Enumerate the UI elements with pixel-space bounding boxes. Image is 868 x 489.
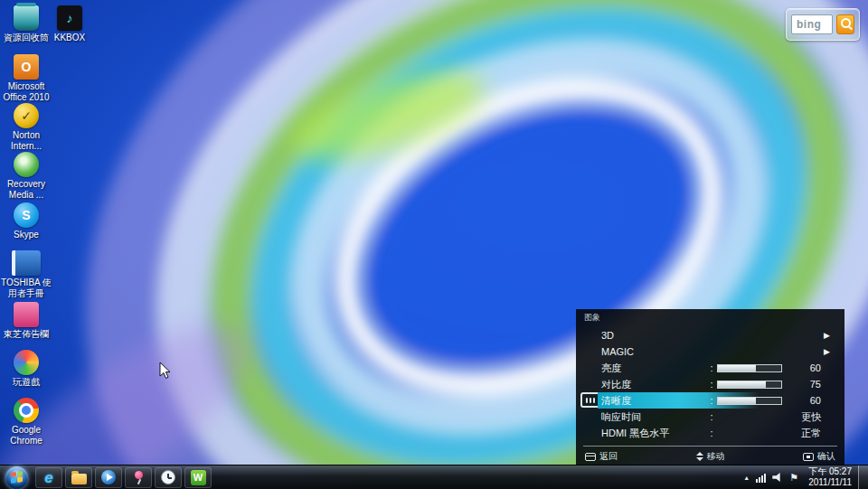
desktop-icon-google-chrome[interactable]: Google Chrome — [0, 398, 52, 447]
osd-key-move: 移动 — [696, 450, 725, 463]
desktop-icon-label: Microsoft Office 2010 — [0, 81, 52, 103]
taskbar-icon-media-player[interactable] — [95, 467, 122, 488]
action-center-flag-icon[interactable]: ⚑ — [789, 473, 798, 483]
colon: : — [706, 428, 717, 438]
submenu-arrow-icon: ▶ — [824, 331, 832, 340]
osd-row-label: 3D — [601, 330, 706, 341]
kkbox-icon: ♪ — [57, 5, 82, 31]
desktop-icon-label: Recovery Media ... — [0, 179, 52, 201]
desktop: 資源回收筒 ♪ KKBOX O Microsoft Office 2010 ✓ … — [0, 0, 868, 489]
skype-icon: S — [14, 202, 39, 228]
desktop-icon-label: TOSHIBA 使用者手冊 — [0, 277, 52, 299]
desktop-icon-norton[interactable]: ✓ Norton Intern... — [0, 103, 52, 152]
osd-separator — [583, 446, 837, 447]
norton-icon: ✓ — [14, 103, 39, 128]
osd-row-contrast[interactable]: 对比度 : 75 — [598, 376, 835, 392]
ie-icon: e — [44, 470, 52, 485]
system-tray: ▲ ⚑ — [740, 473, 802, 483]
desktop-icon-ms-office[interactable]: O Microsoft Office 2010 — [0, 54, 52, 103]
windows-logo-icon — [11, 471, 23, 484]
desktop-icon-label: Norton Intern... — [0, 130, 52, 152]
recycle-bin-icon — [14, 5, 39, 31]
enter-button-icon — [803, 453, 814, 461]
osd-row-value: 60 — [782, 395, 832, 406]
osd-row-value: 75 — [782, 379, 832, 390]
osd-footer: 返回 移动 确认 — [585, 449, 835, 464]
office-glyph-icon: O — [22, 60, 32, 74]
folder-icon — [71, 474, 87, 484]
desktop-icon-label: Google Chrome — [0, 425, 52, 447]
osd-row-label: 响应时间 — [601, 410, 706, 424]
osd-row-response-time[interactable]: 响应时间 : 更快 — [598, 409, 835, 425]
osd-title: 图象 — [584, 312, 600, 324]
desktop-icon-recovery-media[interactable]: Recovery Media ... — [0, 152, 52, 201]
recovery-disc-icon — [14, 152, 39, 177]
bing-search-gadget[interactable]: bing — [786, 8, 860, 41]
media-player-icon — [101, 470, 116, 484]
desktop-icon-kkbox[interactable]: ♪ KKBOX — [43, 5, 96, 43]
book-icon — [12, 250, 41, 276]
hidden-icons-chevron-icon[interactable]: ▲ — [743, 475, 750, 481]
clock-icon — [161, 470, 175, 484]
colon: : — [706, 379, 717, 390]
return-button-icon — [585, 453, 596, 461]
taskbar-icon-internet-explorer[interactable]: e — [35, 467, 62, 488]
mouse-cursor — [159, 362, 172, 380]
osd-row-sharpness[interactable]: 清晰度 : 60 — [598, 392, 835, 409]
osd-key-return: 返回 — [585, 450, 618, 463]
osd-key-enter: 确认 — [803, 450, 835, 463]
start-button[interactable] — [5, 466, 28, 489]
bulletin-board-icon — [14, 302, 39, 327]
osd-row-brightness[interactable]: 亮度 : 60 — [598, 360, 835, 376]
taskbar-icon-reeltime[interactable] — [155, 467, 182, 488]
brightness-slider[interactable] — [717, 364, 782, 372]
colon: : — [706, 362, 717, 373]
clock-date: 2011/11/11 — [808, 477, 852, 488]
desktop-icon-label: Skype — [0, 230, 52, 240]
desktop-icon-label: 玩遊戲 — [0, 377, 52, 388]
volume-icon[interactable] — [772, 473, 783, 483]
pushpin-icon — [131, 470, 146, 485]
show-desktop-button[interactable] — [858, 465, 868, 489]
monitor-osd-menu: 图象 3D ▶ MAGIC ▶ 亮度 : 60 对比度 : 75 — [576, 309, 844, 465]
desktop-icon-label: 東芝佈告欄 — [0, 329, 52, 340]
taskbar-icon-explorer[interactable] — [65, 467, 92, 488]
bing-search-button[interactable] — [836, 14, 854, 34]
osd-row-value: 更快 — [717, 410, 832, 424]
sharpness-slider[interactable] — [717, 397, 782, 405]
taskbar-icon-bulletin-board[interactable] — [125, 467, 152, 488]
bing-search-input[interactable]: bing — [791, 14, 833, 34]
desktop-icon-games[interactable]: 玩遊戲 — [0, 350, 52, 388]
move-arrows-icon — [696, 452, 703, 461]
skype-glyph-icon: S — [22, 208, 30, 222]
osd-row-label: MAGIC — [601, 346, 706, 357]
games-icon — [14, 350, 39, 375]
osd-row-value: 正常 — [717, 427, 832, 440]
colon: : — [706, 411, 717, 422]
desktop-icon-toshiba-board[interactable]: 東芝佈告欄 — [0, 302, 52, 340]
office-icon: O — [14, 54, 39, 80]
desktop-icon-label: KKBOX — [43, 33, 96, 43]
colon: : — [706, 395, 717, 406]
osd-row-magic[interactable]: MAGIC ▶ — [598, 343, 835, 360]
check-icon: ✓ — [21, 108, 32, 123]
desktop-icon-skype[interactable]: S Skype — [0, 202, 52, 240]
osd-key-label: 返回 — [599, 450, 618, 463]
desktop-icon-toshiba-manual[interactable]: TOSHIBA 使用者手冊 — [0, 250, 52, 299]
osd-row-label: 清晰度 — [601, 394, 706, 408]
bing-logo: bing — [797, 18, 821, 31]
osd-key-label: 移动 — [707, 450, 725, 463]
taskbar-icon-games[interactable]: W — [184, 467, 212, 488]
submenu-arrow-icon: ▶ — [824, 347, 832, 356]
osd-row-label: 对比度 — [601, 378, 706, 391]
w-games-icon: W — [191, 470, 206, 485]
contrast-slider[interactable] — [717, 381, 782, 389]
network-icon[interactable] — [756, 473, 766, 483]
osd-row-label: 亮度 — [601, 362, 706, 375]
clock-time: 下午 05:27 — [808, 466, 852, 477]
osd-row-hdmi-black-level[interactable]: HDMI 黑色水平 : 正常 — [598, 425, 835, 441]
taskbar-clock[interactable]: 下午 05:27 2011/11/11 — [802, 466, 858, 488]
chrome-icon — [14, 398, 39, 423]
osd-row-3d[interactable]: 3D ▶ — [598, 327, 835, 343]
osd-key-label: 确认 — [817, 450, 835, 463]
